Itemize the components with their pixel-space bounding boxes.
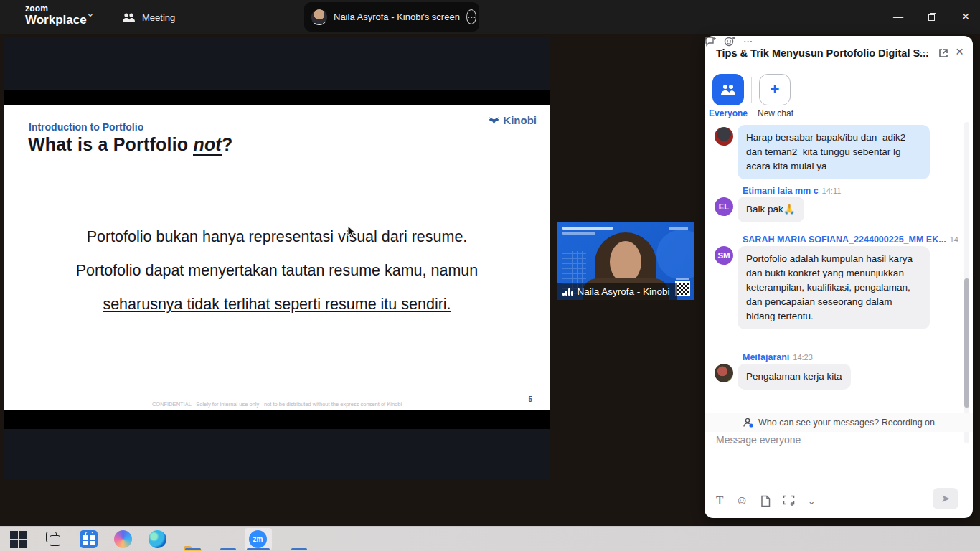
kinobi-logo-text: Kinobi (503, 114, 537, 126)
chat-toolbar: T ☺ ⌄ ➤ (716, 489, 961, 512)
chat-message-bubble: Harap bersabar bapak/ibu dan adik2 dan t… (738, 125, 930, 179)
chevron-down-icon[interactable]: ⌄ (808, 496, 816, 507)
slide-title-emphasis: not (193, 134, 221, 156)
slide-body: Portofolio bukan hanya representasi visu… (4, 220, 550, 321)
chat-more-icon[interactable]: ⋯ (918, 46, 929, 59)
slide-body-line: seharusnya tidak terlihat seperti resume… (4, 288, 550, 321)
tab-meeting[interactable]: Meeting (122, 7, 175, 27)
quote-reply-icon[interactable] (705, 36, 717, 47)
slide-body-line: Portofolio dapat menyertakan tautan resu… (4, 254, 550, 288)
avatar: EL (715, 197, 733, 216)
message-input[interactable] (716, 434, 953, 484)
message-more-icon[interactable]: ⋯ (743, 36, 753, 47)
running-indicator-active (247, 548, 270, 550)
message-actions: ⋯ (705, 36, 973, 47)
avatar: SM (715, 246, 733, 265)
presentation-slide: Introduction to Portfolio What is a Port… (4, 105, 550, 410)
close-button[interactable]: × (955, 9, 976, 24)
tab-meeting-label: Meeting (142, 12, 175, 23)
task-view-button[interactable] (44, 530, 62, 548)
kinobi-logo-icon (488, 116, 500, 126)
slide-page-number: 5 (528, 395, 532, 403)
video-bg-decoration (656, 230, 694, 280)
chat-message-bubble: Portofolio adalah kumpulan hasil karya d… (738, 246, 930, 329)
pop-out-icon[interactable] (938, 48, 948, 58)
restore-button[interactable] (921, 9, 943, 24)
start-button[interactable] (10, 530, 28, 548)
running-indicator (220, 548, 236, 550)
slide-body-line: Portofolio bukan hanya representasi visu… (4, 220, 550, 254)
privacy-note[interactable]: Who can see your messages? Recording on (705, 413, 973, 432)
minimize-button[interactable]: — (887, 9, 909, 24)
chat-close-icon[interactable]: × (956, 44, 963, 60)
slide-title: What is a Portfolio not? (28, 134, 232, 155)
running-indicator (185, 548, 201, 550)
avatar (715, 364, 733, 382)
chat-title: Tips & Trik Menyusun Portofolio Digital … (716, 47, 928, 59)
tab-options-icon[interactable]: ⋯ (466, 9, 476, 24)
tab-shared-screen-label: Naila Asyrofa - Kinobi's screen (334, 11, 460, 22)
message-author-row: SARAH MARIA SOFIANA_2244000225_MM EK...1… (743, 235, 958, 245)
message-author: Etimani laia mm c (743, 186, 819, 196)
new-chat-button[interactable]: + (759, 74, 791, 105)
emoji-picker-icon[interactable]: ☺ (735, 494, 748, 508)
tab-divider (751, 77, 752, 103)
edge-browser-icon[interactable] (149, 530, 166, 548)
message-author-row: Etimani laia mm c14:11 (743, 186, 841, 196)
running-indicator (291, 548, 307, 550)
slide-eyebrow: Introduction to Portfolio (29, 121, 143, 133)
new-chat-label: New chat (753, 108, 798, 118)
message-author-row: Meifajarani14:23 (743, 352, 813, 362)
audio-signal-icon (562, 288, 573, 296)
chat-panel: Tips & Trik Menyusun Portofolio Digital … (705, 36, 973, 518)
avatar (311, 9, 327, 25)
message-author: SARAH MARIA SOFIANA_2244000225_MM EK... (743, 235, 946, 245)
qr-caption (676, 278, 689, 280)
tab-everyone-label: Everyone (705, 108, 751, 118)
zoom-titlebar: zoom Workplace ⌄ Meeting Naila Asyrofa -… (0, 0, 980, 34)
speaker-video-thumbnail[interactable]: Naila Asyrofa - Kinobi (557, 222, 694, 300)
message-time: 14:11 (822, 187, 842, 195)
windows-taskbar: zm 4 32°C Berawan 14:25 26/09/2025 3 (0, 526, 980, 551)
send-button[interactable]: ➤ (933, 488, 958, 509)
tab-everyone[interactable] (712, 74, 744, 105)
microsoft-store-icon[interactable] (80, 530, 98, 548)
attach-file-icon[interactable] (760, 495, 771, 507)
people-icon (122, 12, 136, 23)
chat-message-bubble: Pengalaman kerja kita (738, 364, 851, 390)
restore-icon (928, 13, 936, 21)
tab-shared-screen[interactable]: Naila Asyrofa - Kinobi's screen ⋯ (304, 2, 479, 32)
qr-code (675, 281, 690, 296)
slide-footer-confidential: CONFIDENTIAL - Solely for internal use o… (4, 401, 550, 408)
chat-message-bubble: Baik pak🙏 (738, 197, 804, 222)
mouse-cursor-icon (347, 225, 357, 239)
participant-name: Naila Asyrofa - Kinobi (578, 286, 670, 297)
video-overlay-caption (562, 227, 613, 237)
chevron-down-icon[interactable]: ⌄ (86, 7, 95, 19)
avatar (715, 127, 733, 146)
slide-letterbox-bottom (4, 410, 550, 429)
emoji-reaction-icon[interactable] (724, 36, 736, 47)
kinobi-logo: Kinobi (488, 114, 537, 126)
copilot-icon[interactable] (114, 530, 132, 548)
format-text-icon[interactable]: T (716, 494, 723, 508)
video-overlay-logo (669, 227, 688, 230)
message-time: 14:23 (950, 235, 958, 244)
chat-scrollbar-thumb[interactable] (964, 278, 969, 408)
everyone-people-icon (720, 83, 736, 96)
message-time: 14:23 (793, 353, 813, 362)
zoom-app-icon[interactable]: zm (249, 530, 267, 548)
zoom-workplace-logo: zoom Workplace (25, 4, 87, 26)
who-can-see-icon (743, 418, 754, 428)
shared-screen-viewport: Introduction to Portfolio What is a Port… (4, 37, 550, 479)
screenshot-icon[interactable] (783, 495, 796, 507)
participant-name-overlay: Naila Asyrofa - Kinobi (557, 283, 677, 300)
slide-letterbox-top (4, 90, 550, 105)
message-author: Meifajarani (743, 352, 789, 362)
